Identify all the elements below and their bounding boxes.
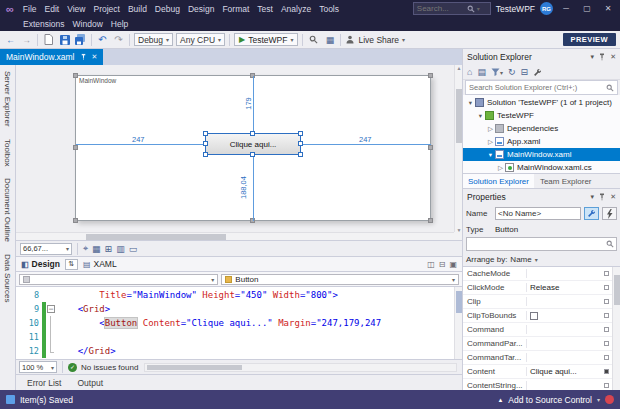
menu-debug[interactable]: Debug [151,4,184,14]
global-search-box[interactable]: ▾ [413,2,491,15]
solution-configuration-dropdown[interactable]: Debug▾ [134,33,173,46]
editor-vertical-scrollbar[interactable] [454,287,462,359]
menu-design[interactable]: Design [184,4,218,14]
side-tab-toolbox[interactable]: Toolbox [3,139,12,167]
solution-explorer-search-input[interactable] [469,83,606,92]
selection-handle[interactable] [203,141,208,146]
menu-edit[interactable]: Edit [41,4,64,14]
tree-item-mainwindow-xaml-cs[interactable]: ▷MainWindow.xaml.cs [463,161,620,173]
tab-xaml[interactable]: ▤ XAML [83,259,117,269]
current-element-dropdown[interactable]: Button ▾ [221,274,459,285]
document-health-icon[interactable]: ✓ [68,363,77,372]
menu-file[interactable]: File [19,4,41,14]
menu-format[interactable]: Format [218,4,253,14]
home-icon[interactable]: ⌂ [467,67,472,77]
solution-explorer-header[interactable]: Solution Explorer ▾ ✕ [463,49,620,65]
selection-handle[interactable] [298,131,303,136]
selection-handle[interactable] [250,131,255,136]
menu-help[interactable]: Help [107,19,132,29]
collapse-expander-icon[interactable]: ▾ [476,112,485,120]
expand-pane-icon[interactable]: ▣ [449,260,457,269]
show-snaplines-icon[interactable]: ▥ [116,244,125,254]
property-row-cliptobounds[interactable]: ClipToBounds [463,309,612,323]
selection-handle[interactable] [203,131,208,136]
selection-handle[interactable] [203,152,208,157]
solution-explorer-icon[interactable]: ▦ [323,33,336,47]
snap-to-grid-icon[interactable]: ⊞ [105,244,113,254]
code-line-12[interactable]: 12 </Grid> [16,344,462,358]
solution-explorer-search-box[interactable] [465,80,618,95]
property-source-marker[interactable] [604,355,609,360]
show-all-files-icon[interactable]: ▤ [477,67,486,77]
editor-zoom-dropdown[interactable]: 100 % ▾ [19,361,57,373]
navigate-back-icon[interactable]: ← [4,33,17,47]
property-row-cachemode[interactable]: CacheMode [463,267,612,281]
xaml-code-editor[interactable]: 8 Title="MainWindow" Height="450" Width=… [16,287,462,359]
designer-horizontal-scrollbar[interactable] [16,232,454,240]
zoom-to-fit-icon[interactable]: ⌖ [83,243,88,254]
design-surface[interactable]: MainWindow 247 247 179 188,04 [16,65,462,241]
property-row-clickmode[interactable]: ClickModeRelease [463,281,612,295]
close-icon[interactable]: ✕ [610,53,616,61]
scrollbar-thumb[interactable] [456,291,462,313]
start-debugging-button[interactable]: ▶ TesteWPF ▾ [234,33,298,46]
properties-header[interactable]: Properties ▾ ✕ [463,188,620,204]
property-source-marker[interactable] [604,313,609,318]
code-line-11[interactable]: 11 [16,330,462,344]
tree-item-mainwindow-xaml[interactable]: ▾MainWindow.xaml [463,148,620,161]
scrollbar-thumb[interactable] [86,234,226,240]
filter-icon[interactable]: ▾ [491,68,503,76]
property-row-commandtar[interactable]: CommandTar... [463,351,612,365]
property-value-cell[interactable]: Release [527,283,601,292]
name-field[interactable]: <No Name> [495,207,581,220]
collapse-expander-icon[interactable]: ▾ [466,99,475,107]
property-value-cell[interactable] [527,312,601,320]
selection-handle[interactable] [250,152,255,157]
collapse-all-icon[interactable]: ⊟ [521,67,529,77]
collapse-expander-icon[interactable]: ▾ [486,151,495,159]
pin-icon[interactable] [598,53,606,61]
collapse-region-icon[interactable]: – [47,305,55,313]
swap-panes-button[interactable]: ⇅ [65,259,78,270]
resize-handle[interactable] [73,218,78,223]
menu-extensions[interactable]: Extensions [19,19,69,29]
code-line-9[interactable]: 9– <Grid> [16,302,462,316]
side-tab-server-explorer[interactable]: Server Explorer [3,71,12,127]
panel-tab-output[interactable]: Output [70,377,110,389]
property-source-marker[interactable] [604,341,609,346]
menu-tools[interactable]: Tools [315,4,343,14]
arrange-by-control[interactable]: Arrange by: Name ▾ [466,253,617,265]
designer-zoom-dropdown[interactable]: 66,67... ▾ [20,243,72,255]
show-annotations-icon[interactable]: ▭ [129,244,138,254]
find-icon[interactable] [307,33,320,47]
checkbox[interactable] [530,312,538,320]
tool-tab-team-explorer[interactable]: Team Explorer [535,174,597,188]
properties-scrollbar[interactable] [612,267,620,390]
redo-icon[interactable]: ↷ [112,33,125,47]
menu-view[interactable]: View [63,4,89,14]
resize-handle[interactable] [428,73,433,78]
element-path-dropdown[interactable]: ▾ [19,274,218,285]
side-tab-document-outline[interactable]: Document Outline [3,178,12,242]
expand-expander-icon[interactable]: ▷ [486,125,495,133]
tree-item-app-xaml[interactable]: ▷App.xaml [463,135,620,148]
property-row-commandpar[interactable]: CommandPar... [463,337,612,351]
designer-vertical-scrollbar[interactable]: ▲ ▼ [454,65,462,233]
document-tab[interactable]: MainWindow.xaml ✕ [0,49,103,65]
property-row-clip[interactable]: Clip [463,295,612,309]
property-value-cell[interactable]: Clique aqui... [527,367,601,376]
tool-tab-solution-explorer[interactable]: Solution Explorer [463,174,534,188]
resize-handle[interactable] [73,73,78,78]
code-line-10[interactable]: 10 <Button Content="Clique aqui..." Marg… [16,316,462,330]
global-search-input[interactable] [417,4,465,13]
properties-mode-button[interactable] [584,207,599,220]
menu-analyze[interactable]: Analyze [277,4,315,14]
chevron-down-icon[interactable]: ▾ [591,53,595,61]
tree-item-dependencies[interactable]: ▷Dependencies [463,122,620,135]
avatar[interactable]: RG [540,2,553,15]
scrollbar-thumb[interactable] [456,89,462,143]
designer-button[interactable]: Clique aqui... [205,133,301,155]
save-icon[interactable] [58,33,71,47]
tree-item-testewpf[interactable]: ▾TesteWPF [463,109,620,122]
resize-handle[interactable] [428,145,433,150]
